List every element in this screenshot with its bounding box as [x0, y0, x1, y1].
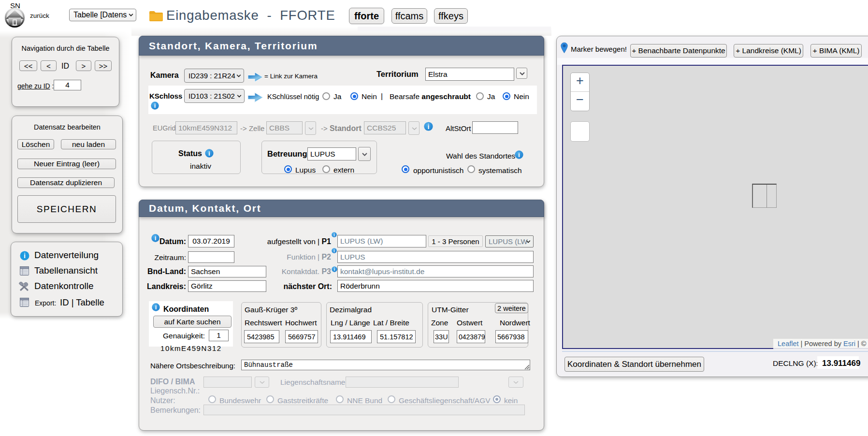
svg-text:i: i: [24, 252, 26, 260]
